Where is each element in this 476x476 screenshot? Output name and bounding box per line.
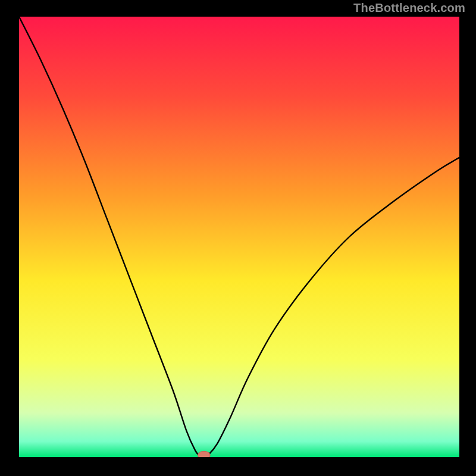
gradient-background [19, 17, 459, 457]
plot-area [19, 17, 459, 457]
chart-container: { "watermark": "TheBottleneck.com", "col… [0, 0, 476, 476]
watermark-text: TheBottleneck.com [353, 1, 465, 15]
bottleneck-chart-svg [19, 17, 459, 457]
optimal-point-marker [198, 451, 210, 457]
